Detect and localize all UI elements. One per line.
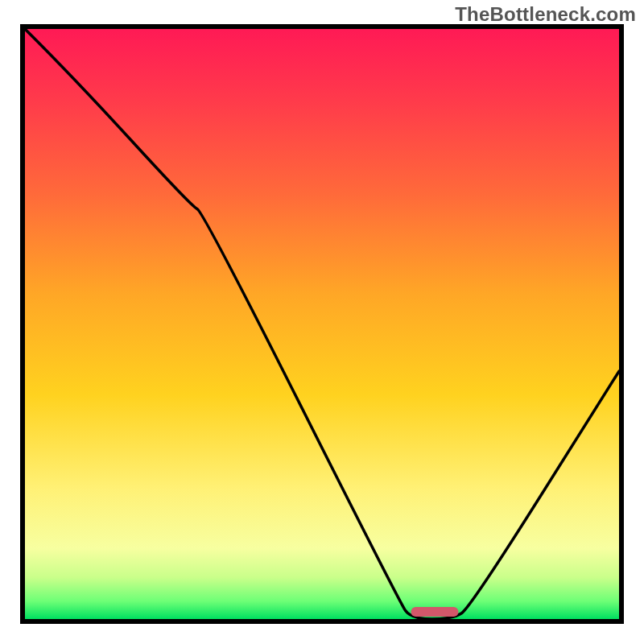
plot-area [20,24,624,624]
bottleneck-curve [25,29,619,619]
watermark-text: TheBottleneck.com [455,3,636,26]
bottleneck-chart: TheBottleneck.com [0,0,644,644]
optimal-range-marker [411,607,459,617]
